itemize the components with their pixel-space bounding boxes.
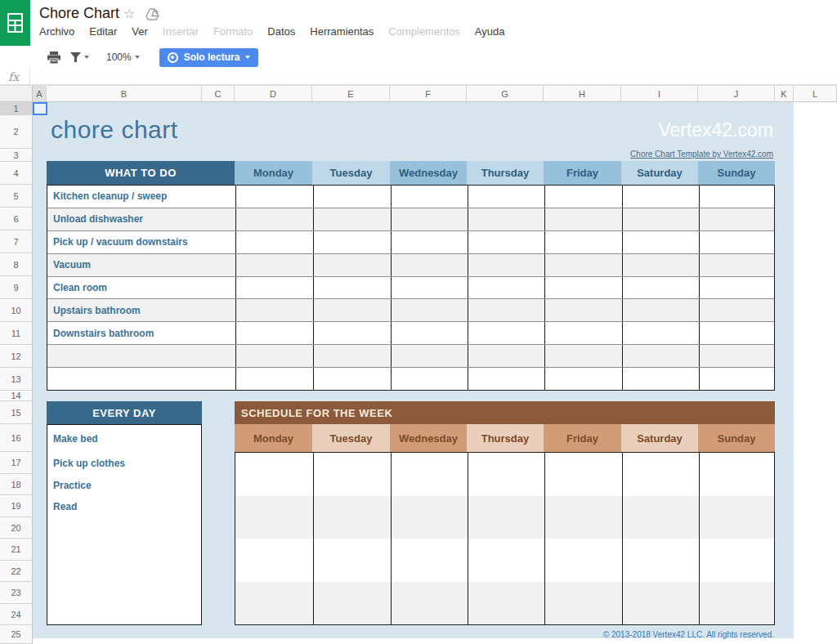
filter-button[interactable] — [68, 50, 92, 65]
grid-cell[interactable] — [235, 208, 313, 230]
column-header-b[interactable]: B — [47, 86, 202, 101]
menu-herramientas[interactable]: Herramientas — [302, 23, 381, 40]
schedule-header[interactable]: SCHEDULE FOR THE WEEK — [235, 401, 775, 424]
task-cell[interactable]: Kitchen cleanup / sweep — [47, 186, 235, 208]
day-header-tuesday[interactable]: Tuesday — [312, 424, 390, 452]
column-header-h[interactable]: H — [544, 86, 621, 101]
grid-cell[interactable] — [699, 539, 774, 582]
grid-cell[interactable] — [235, 254, 313, 276]
row-header-13[interactable]: 13 — [0, 368, 33, 391]
grid-cell[interactable] — [468, 368, 544, 390]
grid-cell[interactable] — [313, 345, 391, 367]
grid-cell[interactable] — [699, 186, 774, 208]
grid-cell[interactable] — [544, 368, 622, 390]
grid-cell[interactable] — [544, 345, 622, 367]
day-header-friday[interactable]: Friday — [544, 161, 621, 185]
grid-cell[interactable] — [391, 496, 468, 539]
template-link[interactable]: Chore Chart Template by Vertex42.com — [630, 150, 773, 159]
grid-cell[interactable] — [235, 539, 313, 582]
grid-cell[interactable] — [622, 277, 699, 299]
grid-cell[interactable] — [544, 277, 622, 299]
row-header-6[interactable]: 6 — [0, 208, 33, 230]
grid-cell[interactable] — [313, 208, 391, 230]
grid-cell[interactable] — [468, 299, 544, 321]
grid-cell[interactable] — [313, 453, 391, 496]
grid-cell[interactable] — [235, 582, 313, 625]
row-header-15[interactable]: 15 — [0, 401, 33, 424]
selected-cell-a1[interactable] — [33, 102, 47, 115]
readonly-mode-button[interactable]: Solo lectura — [159, 48, 259, 67]
formula-input[interactable] — [29, 69, 837, 84]
column-header-l[interactable]: L — [794, 86, 837, 101]
every-day-header[interactable]: EVERY DAY — [47, 401, 202, 424]
grid-cell[interactable] — [235, 345, 313, 367]
zoom-control[interactable]: 100% — [106, 51, 140, 63]
sheet-canvas[interactable]: chore chart Vertex42.com Chore Chart Tem… — [33, 102, 837, 644]
grid-cell[interactable] — [313, 322, 391, 344]
grid-cell[interactable] — [622, 299, 699, 321]
grid-cell[interactable] — [468, 582, 544, 625]
row-header-10[interactable]: 10 — [0, 299, 33, 322]
row-header-16[interactable]: 16 — [0, 424, 33, 452]
grid-cell[interactable] — [235, 322, 313, 344]
row-header-5[interactable]: 5 — [0, 185, 33, 208]
grid-cell[interactable] — [391, 453, 468, 496]
menu-insertar[interactable]: Insertar — [155, 23, 206, 40]
grid-cell[interactable] — [391, 345, 468, 367]
select-all-corner[interactable] — [0, 86, 33, 101]
grid-cell[interactable] — [313, 254, 391, 276]
column-header-e[interactable]: E — [312, 86, 390, 101]
print-button[interactable] — [45, 49, 63, 66]
row-header-18[interactable]: 18 — [0, 474, 33, 495]
row-header-20[interactable]: 20 — [0, 517, 33, 539]
menu-archivo[interactable]: Archivo — [32, 23, 82, 40]
grid-cell[interactable] — [622, 496, 699, 539]
column-header-k[interactable]: K — [775, 86, 794, 101]
grid-cell[interactable] — [313, 539, 391, 582]
grid-cell[interactable] — [468, 231, 544, 253]
grid-cell[interactable] — [313, 582, 391, 625]
grid-cell[interactable] — [699, 299, 774, 321]
menu-datos[interactable]: Datos — [260, 23, 302, 40]
menu-editar[interactable]: Editar — [82, 23, 124, 40]
menu-formato[interactable]: Formato — [206, 23, 260, 40]
grid-cell[interactable] — [622, 368, 699, 390]
column-header-d[interactable]: D — [235, 86, 312, 101]
column-header-a[interactable]: A — [33, 86, 47, 101]
grid-cell[interactable] — [544, 539, 622, 582]
grid-cell[interactable] — [622, 322, 699, 344]
drive-icon[interactable] — [145, 8, 159, 24]
row-header-2[interactable]: 2 — [0, 115, 33, 149]
row-header-11[interactable]: 11 — [0, 322, 33, 345]
grid-cell[interactable] — [235, 231, 313, 253]
row-header-19[interactable]: 19 — [0, 495, 33, 517]
grid-cell[interactable] — [544, 299, 622, 321]
row-header-24[interactable]: 24 — [0, 604, 33, 625]
grid-cell[interactable] — [699, 496, 774, 539]
task-cell[interactable]: Unload dishwasher — [47, 208, 235, 230]
column-header-c[interactable]: C — [202, 86, 235, 101]
task-cell[interactable]: Upstairs bathroom — [47, 299, 235, 321]
day-header-monday[interactable]: Monday — [235, 424, 312, 452]
day-header-wednesday[interactable]: Wednesday — [390, 424, 467, 452]
grid-cell[interactable] — [544, 582, 622, 625]
task-cell[interactable]: Downstairs bathroom — [47, 322, 235, 344]
grid-cell[interactable] — [468, 496, 544, 539]
grid-cell[interactable] — [313, 496, 391, 539]
grid-cell[interactable] — [391, 299, 468, 321]
grid-cell[interactable] — [468, 345, 544, 367]
row-header-17[interactable]: 17 — [0, 452, 33, 474]
day-header-monday[interactable]: Monday — [235, 161, 312, 185]
row-header-12[interactable]: 12 — [0, 345, 33, 368]
grid-cell[interactable] — [391, 231, 468, 253]
grid-cell[interactable] — [313, 231, 391, 253]
menu-complementos[interactable]: Complementos — [381, 23, 467, 40]
grid-cell[interactable] — [235, 496, 313, 539]
grid-cell[interactable] — [391, 277, 468, 299]
grid-cell[interactable] — [468, 254, 544, 276]
grid-cell[interactable] — [622, 254, 699, 276]
grid-cell[interactable] — [622, 539, 699, 582]
grid-cell[interactable] — [391, 368, 468, 390]
grid-cell[interactable] — [235, 368, 313, 390]
grid-cell[interactable] — [544, 254, 622, 276]
